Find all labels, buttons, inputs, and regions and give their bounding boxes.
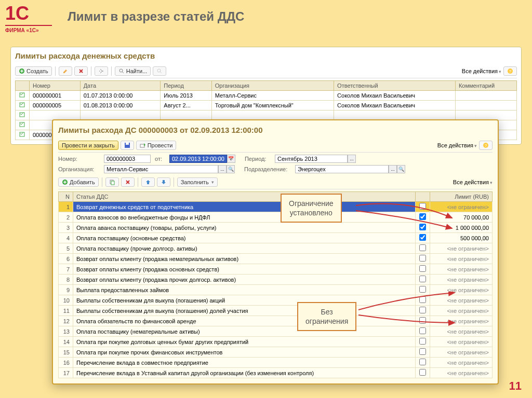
table-row[interactable]: 00000000101.07.2013 0:00:00Июль 2013Мета… [16, 91, 517, 101]
org-open-button[interactable]: 🔍 [227, 165, 235, 173]
limit-checkbox[interactable] [419, 265, 426, 272]
svg-rect-11 [126, 143, 129, 145]
clear-search-button[interactable] [153, 66, 166, 76]
limit-checkbox[interactable] [419, 369, 426, 376]
callout-no-limit: Без ограничения [297, 302, 356, 331]
plus-icon [62, 179, 68, 185]
period-input[interactable] [275, 155, 348, 163]
period-select-button[interactable]: ... [348, 155, 356, 163]
limit-checkbox[interactable] [419, 255, 426, 262]
number-input[interactable] [104, 155, 151, 163]
dept-input[interactable] [295, 165, 389, 173]
col-number[interactable]: Номер [30, 81, 81, 91]
limit-checkbox[interactable] [419, 348, 426, 355]
table-row[interactable]: 4Оплата поставщику (основные средства)50… [59, 233, 493, 243]
search-icon [118, 68, 125, 74]
copy-button[interactable] [105, 177, 119, 187]
help-icon: ? [483, 142, 489, 148]
table-row[interactable]: 17Перечисление вклада в Уставный капитал… [59, 368, 493, 378]
doc-icon [19, 92, 26, 98]
all-actions-button[interactable]: Все действия [462, 68, 501, 74]
dept-open-button[interactable]: 🔍 [397, 165, 405, 173]
down-icon [161, 179, 167, 185]
svg-rect-8 [20, 122, 24, 127]
nav-button[interactable] [95, 66, 108, 76]
edit-button[interactable] [59, 66, 72, 76]
table-row[interactable]: 7Возврат оплаты клиенту (продажа основны… [59, 264, 493, 275]
all-actions-button[interactable]: Все действия [453, 179, 493, 185]
logo: 1C ФИРМА «1С» [5, 5, 52, 36]
calendar-icon: 📅 [228, 156, 234, 161]
dept-select-button[interactable]: ... [389, 165, 397, 173]
fill-button[interactable]: Заполнить [177, 177, 218, 187]
delete-icon [78, 68, 84, 74]
dept-label: Подразделение: [244, 166, 291, 172]
move-down-button[interactable] [157, 177, 170, 187]
svg-rect-17 [111, 181, 114, 185]
up-icon [145, 179, 151, 185]
org-label: Организация: [58, 166, 100, 172]
col-status[interactable] [16, 81, 30, 91]
help-button[interactable]: ? [479, 141, 493, 150]
post-button[interactable]: Провести [136, 141, 177, 150]
dialog-title: Лимиты расхода ДС 000000003 от 02.09.201… [58, 126, 493, 134]
org-select-button[interactable]: ... [218, 165, 227, 173]
separator [174, 177, 174, 187]
save-button[interactable] [121, 141, 134, 150]
from-label: от: [155, 156, 165, 162]
doc-icon [19, 102, 26, 108]
table-row[interactable]: 6Возврат оплаты клиенту (продажа нематер… [59, 254, 493, 264]
delete-row-button[interactable] [121, 177, 135, 187]
calendar-button[interactable]: 📅 [227, 155, 235, 163]
svg-rect-6 [20, 103, 24, 107]
post-icon [140, 142, 146, 148]
col-resp[interactable]: Ответственный [334, 81, 456, 91]
slide-title: Лимит в разрезе статей ДДС [68, 9, 244, 24]
limit-checkbox[interactable] [419, 338, 426, 345]
svg-text:?: ? [485, 143, 487, 148]
table-row[interactable]: 15Оплата при покупке прочих финансовых и… [59, 347, 493, 358]
post-close-button[interactable]: Провести и закрыть [58, 141, 118, 150]
create-button[interactable]: Создать [15, 66, 52, 76]
svg-rect-12 [140, 144, 144, 147]
table-row[interactable]: 5Оплата поставщику (прочие долгоср. акти… [59, 243, 493, 254]
col-period[interactable]: Период [161, 81, 211, 91]
find-button[interactable]: Найти... [115, 66, 151, 76]
search-icon: 🔍 [228, 167, 234, 172]
doc-icon [19, 131, 26, 138]
table-row[interactable] [16, 111, 517, 120]
limit-checkbox[interactable] [419, 244, 426, 251]
page-number: 11 [509, 379, 522, 393]
find-label: Найти... [126, 68, 148, 74]
search-clear-icon [156, 68, 163, 74]
col-date[interactable]: Дата [80, 81, 161, 91]
floppy-icon [124, 142, 130, 148]
table-row[interactable]: 14Оплата при покупке долговых ценных бум… [59, 337, 493, 347]
list-toolbar: Создать Найти... Все действия ? [15, 64, 517, 78]
col-n[interactable]: N [59, 192, 73, 202]
col-org[interactable]: Организация [211, 81, 334, 91]
help-button[interactable]: ? [503, 66, 517, 76]
doc-icon [19, 121, 26, 128]
separator [55, 66, 56, 76]
table-row[interactable]: 16Перечисление вклада в совместное предп… [59, 358, 493, 368]
delete-button[interactable] [74, 66, 88, 76]
period-label: Период: [245, 156, 271, 162]
col-comment[interactable]: Комментарий [455, 81, 516, 91]
org-input[interactable] [104, 165, 218, 173]
svg-text:?: ? [509, 69, 512, 74]
separator [91, 66, 91, 76]
date-input[interactable]: 02.09.2013 12:00:00 [169, 155, 227, 163]
limit-checkbox[interactable] [419, 276, 426, 282]
limit-checkbox[interactable] [419, 359, 426, 365]
limit-checkbox[interactable] [419, 234, 426, 241]
nav-icon [98, 68, 104, 74]
all-actions-button[interactable]: Все действия [437, 142, 477, 148]
table-row[interactable]: 00000000501.08.2013 0:00:00Август 2...То… [16, 101, 517, 111]
table-row[interactable]: 8Возврат оплаты клиенту (продажа прочих … [59, 275, 493, 285]
pencil-icon [62, 68, 69, 74]
move-up-button[interactable] [141, 177, 155, 187]
callout-limit-set: Ограничение установлено [281, 194, 342, 223]
add-button[interactable]: Добавить [58, 177, 99, 187]
detail-toolbar: Добавить Заполнить Все действия [58, 175, 493, 189]
